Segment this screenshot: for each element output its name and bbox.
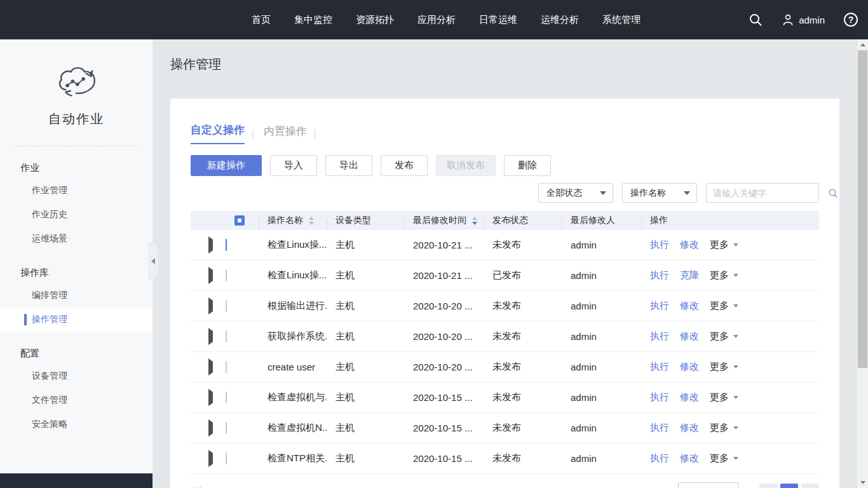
sidebar-item[interactable]: 编排管理 — [0, 283, 153, 308]
action-link[interactable]: 克隆 — [680, 269, 699, 281]
scrollbar-down-button[interactable] — [857, 477, 868, 488]
nav-item[interactable]: 资源拓扑 — [356, 14, 394, 26]
tab[interactable]: 内置操作 — [264, 124, 307, 144]
nav-item[interactable]: 运维分析 — [541, 14, 579, 26]
expand-arrow-icon[interactable] — [208, 297, 213, 315]
user-menu[interactable]: admin — [782, 13, 825, 26]
expand-arrow-icon[interactable] — [208, 236, 213, 254]
field-filter-select[interactable]: 操作名称 — [622, 183, 697, 203]
action-link[interactable]: 修改 — [680, 391, 699, 403]
expand-arrow-icon[interactable] — [208, 419, 213, 437]
page-number-button[interactable]: 1 — [780, 484, 798, 488]
more-menu[interactable]: 更多 — [710, 300, 738, 312]
nav-item[interactable]: 应用分析 — [417, 14, 456, 26]
sidebar-item[interactable]: 安全策略 — [0, 412, 153, 437]
row-checkbox[interactable] — [226, 391, 227, 403]
expand-arrow-icon[interactable] — [208, 328, 213, 345]
action-link[interactable]: 修改 — [680, 330, 699, 342]
scrollbar-thumb[interactable] — [858, 50, 867, 368]
expand-arrow-icon[interactable] — [208, 358, 213, 376]
row-checkbox[interactable] — [226, 300, 227, 312]
more-menu[interactable]: 更多 — [710, 391, 738, 403]
more-menu[interactable]: 更多 — [710, 269, 738, 281]
column-header[interactable]: 操作名称 — [259, 215, 327, 226]
action-link[interactable]: 执行 — [650, 452, 669, 464]
sidebar-item[interactable]: 作业管理 — [0, 179, 153, 203]
sidebar-item[interactable]: 设备管理 — [0, 364, 153, 388]
more-menu[interactable]: 更多 — [710, 239, 738, 251]
row-checkbox[interactable] — [226, 239, 227, 251]
more-menu[interactable]: 更多 — [710, 452, 738, 464]
action-link[interactable]: 执行 — [650, 300, 669, 312]
cell-name: 根据输出进行... — [259, 300, 327, 312]
sidebar-item[interactable]: 运维场景 — [0, 227, 153, 251]
sidebar-item[interactable]: 操作管理 — [0, 308, 153, 332]
table-body: 检查Linux操...主机2020-10-21 ...未发布admin执行修改更… — [191, 230, 819, 474]
row-checkbox[interactable] — [226, 422, 227, 434]
page-size-select[interactable]: 10 — [678, 482, 738, 488]
action-link[interactable]: 执行 — [650, 361, 669, 373]
chevron-down-icon — [733, 365, 738, 369]
action-link[interactable]: 执行 — [650, 391, 669, 403]
prev-page-button[interactable]: ‹ — [759, 484, 777, 488]
column-header[interactable]: 最后修改时间 — [404, 215, 484, 226]
column-header: 发布状态 — [484, 215, 562, 226]
cell-modified-time: 2020-10-20 ... — [404, 362, 484, 372]
status-filter-select[interactable]: 全部状态 — [538, 183, 613, 203]
toolbar-button[interactable]: 导入 — [270, 155, 317, 176]
tab[interactable]: 自定义操作 — [191, 123, 245, 144]
action-link[interactable]: 执行 — [650, 239, 669, 251]
action-link[interactable]: 修改 — [680, 422, 699, 434]
action-link[interactable]: 修改 — [680, 239, 699, 251]
action-link[interactable]: 修改 — [680, 361, 699, 373]
cell-modified-time: 2020-10-21 ... — [404, 270, 484, 281]
row-checkbox[interactable] — [226, 269, 227, 281]
keyword-search-input[interactable] — [713, 188, 828, 198]
search-icon[interactable] — [749, 13, 763, 27]
scrollbar-up-button[interactable] — [857, 39, 868, 50]
toolbar-button[interactable]: 删除 — [504, 155, 551, 176]
more-menu[interactable]: 更多 — [710, 422, 738, 434]
toolbar-button[interactable]: 导出 — [325, 155, 372, 176]
nav-item[interactable]: 日常运维 — [479, 14, 517, 26]
cell-device-type: 主机 — [327, 269, 404, 281]
page-scrollbar[interactable] — [857, 39, 868, 488]
expand-arrow-icon[interactable] — [208, 267, 213, 284]
toolbar-button[interactable]: 发布 — [381, 155, 428, 176]
nav-item[interactable]: 系统管理 — [602, 14, 641, 26]
action-link[interactable]: 执行 — [650, 330, 669, 342]
sort-arrows-icon[interactable] — [472, 217, 477, 225]
more-menu[interactable]: 更多 — [710, 361, 738, 373]
tab-separator: | — [252, 128, 254, 139]
cell-modified-time: 2020-10-21 ... — [404, 240, 484, 250]
search-icon[interactable] — [828, 188, 838, 198]
cell-modified-time: 2020-10-15 ... — [404, 423, 484, 433]
cell-actions: 执行修改更多 — [641, 361, 819, 373]
keyword-search-box — [706, 183, 819, 203]
action-link[interactable]: 执行 — [650, 422, 669, 434]
toolbar-button[interactable]: 新建操作 — [191, 155, 262, 176]
sort-arrows-icon[interactable] — [309, 217, 314, 225]
action-link[interactable]: 执行 — [650, 269, 669, 281]
action-link[interactable]: 修改 — [680, 300, 699, 312]
row-checkbox[interactable] — [226, 452, 227, 464]
sidebar-item[interactable]: 作业历史 — [0, 203, 153, 227]
table-row: 检查Linux操...主机2020-10-21 ...已发布admin执行克隆更… — [191, 261, 819, 291]
row-checkbox[interactable] — [226, 330, 227, 342]
cell-device-type: 主机 — [327, 239, 404, 251]
sidebar-item[interactable]: 文件管理 — [0, 388, 153, 412]
expand-arrow-icon[interactable] — [208, 450, 213, 467]
next-page-button[interactable]: › — [801, 484, 819, 488]
select-all-checkbox[interactable] — [234, 215, 245, 226]
sidebar-collapse-handle[interactable] — [148, 243, 159, 280]
help-icon[interactable]: ? — [844, 13, 858, 27]
nav-item[interactable]: 首页 — [252, 14, 271, 26]
cell-modifier: admin — [562, 453, 641, 464]
cell-actions: 执行修改更多 — [641, 239, 819, 251]
nav-item[interactable]: 集中监控 — [294, 14, 332, 26]
row-checkbox[interactable] — [226, 361, 227, 373]
action-link[interactable]: 修改 — [680, 452, 699, 464]
more-menu[interactable]: 更多 — [710, 330, 738, 342]
chevron-down-icon — [733, 426, 738, 430]
expand-arrow-icon[interactable] — [208, 389, 213, 406]
